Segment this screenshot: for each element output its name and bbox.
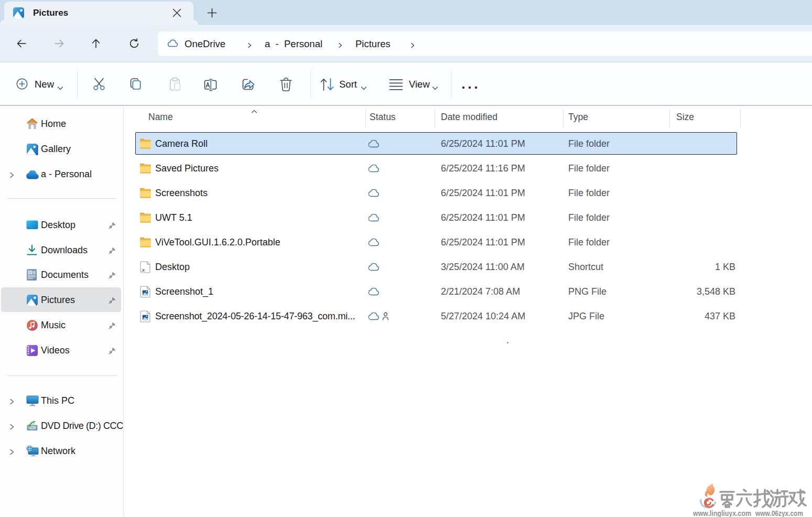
svg-text:www.06zyx.com: www.06zyx.com xyxy=(755,509,803,517)
svg-text:www.lingliuyx.com: www.lingliuyx.com xyxy=(692,509,751,517)
